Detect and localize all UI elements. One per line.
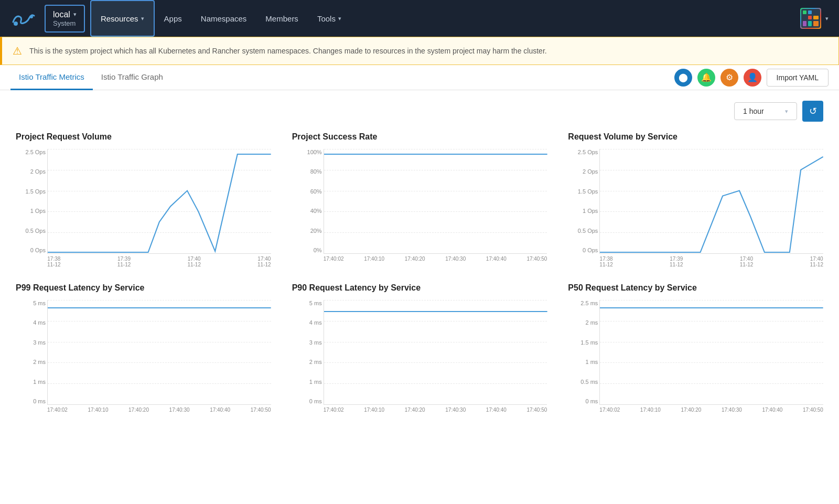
user-menu-chevron-icon[interactable]: ▾ <box>825 15 829 22</box>
y-label: 2 ms <box>20 359 46 365</box>
time-select-chevron-icon: ▾ <box>785 108 788 115</box>
y-label: 60% <box>297 188 322 195</box>
refresh-icon: ↺ <box>809 105 817 117</box>
x-labels-3: 17:40:02 17:40:10 17:40:20 17:40:30 17:4… <box>47 407 271 413</box>
svg-rect-4 <box>803 10 806 14</box>
main-header: local ▾ System Resources ▾ Apps Namespac… <box>0 0 839 37</box>
y-label: 0.5 Ops <box>20 228 46 234</box>
svg-point-2 <box>30 15 33 18</box>
svg-rect-10 <box>803 21 806 26</box>
x-label: 17:40:50 <box>251 407 271 413</box>
chart-wrapper-0: 2.5 Ops 2 Ops 1.5 Ops 1 Ops 0.5 Ops 0 Op… <box>16 149 271 267</box>
y-label: 1 ms <box>573 359 598 365</box>
nav-item-tools[interactable]: Tools ▾ <box>308 0 351 37</box>
y-label: 0 ms <box>573 398 598 404</box>
y-labels-4: 5 ms 4 ms 3 ms 2 ms 1 ms 0 ms <box>297 300 322 404</box>
warning-icon: ⚠ <box>13 45 22 57</box>
logo-area <box>5 5 42 31</box>
x-label: 17:40:30 <box>722 407 742 413</box>
time-select-dropdown[interactable]: 1 hour ▾ <box>734 102 797 120</box>
x-label: 17:40:40 <box>486 407 507 413</box>
members-label: Members <box>265 14 298 23</box>
y-label: 2 Ops <box>20 168 46 175</box>
y-labels-2: 2.5 Ops 2 Ops 1.5 Ops 1 Ops 0.5 Ops 0 Op… <box>573 149 598 253</box>
notification-icon-button[interactable]: 🔔 <box>697 69 715 87</box>
header-right-actions: ▾ <box>800 8 834 29</box>
x-label: 17:40:02 <box>324 256 344 262</box>
rancher-logo-icon <box>10 5 37 31</box>
chart-area-0: 2.5 Ops 2 Ops 1.5 Ops 1 Ops 0.5 Ops 0 Op… <box>47 149 271 254</box>
y-label: 2.5 Ops <box>20 149 46 155</box>
chart-request-volume-service: Request Volume by Service 2.5 Ops 2 Ops … <box>568 132 823 267</box>
tools-chevron-icon: ▾ <box>338 15 341 22</box>
cluster-chevron-icon: ▾ <box>73 11 77 18</box>
x-label: 17:4011-12 <box>187 256 201 267</box>
x-label: 17:40:20 <box>405 407 425 413</box>
warning-banner: ⚠ This is the system project which has a… <box>0 37 839 65</box>
user-avatar[interactable] <box>800 8 821 29</box>
settings-icon-button[interactable]: ⚙ <box>720 69 738 87</box>
x-label: 17:40:10 <box>364 407 384 413</box>
tabs-actions: ⬤ 🔔 ⚙ 👤 Import YAML <box>674 69 829 87</box>
y-label: 0 Ops <box>573 247 598 253</box>
nav-item-members[interactable]: Members <box>256 0 308 37</box>
x-label: 17:4011-12 <box>740 256 754 267</box>
y-label: 1 Ops <box>573 208 598 214</box>
y-label: 0.5 Ops <box>573 228 598 234</box>
y-labels-0: 2.5 Ops 2 Ops 1.5 Ops 1 Ops 0.5 Ops 0 Op… <box>20 149 46 253</box>
chart-title-5: P50 Request Latency by Service <box>568 283 823 293</box>
svg-rect-6 <box>813 10 819 14</box>
user-icon-button[interactable]: 👤 <box>744 69 761 87</box>
y-label: 0% <box>297 247 322 253</box>
x-labels-5: 17:40:02 17:40:10 17:40:20 17:40:30 17:4… <box>599 407 823 413</box>
toggle-icon-button[interactable]: ⬤ <box>674 69 692 87</box>
x-label: 17:3811-12 <box>47 256 61 267</box>
tab-istio-metrics[interactable]: Istio Traffic Metrics <box>10 65 93 90</box>
tab-istio-graph[interactable]: Istio Traffic Graph <box>93 65 171 90</box>
y-label: 2 Ops <box>573 168 598 175</box>
y-label: 0 Ops <box>20 247 46 253</box>
nav-item-apps[interactable]: Apps <box>155 0 191 37</box>
x-label: 17:3811-12 <box>599 256 613 267</box>
y-label: 2 ms <box>297 359 322 365</box>
chart-area-3: 5 ms 4 ms 3 ms 2 ms 1 ms 0 ms <box>47 300 271 405</box>
namespaces-label: Namespaces <box>201 14 247 23</box>
warning-text: This is the system project which has all… <box>29 47 547 55</box>
x-label: 17:40:20 <box>405 256 425 262</box>
import-yaml-button[interactable]: Import YAML <box>767 69 829 87</box>
x-label: 17:3911-12 <box>670 256 683 267</box>
x-label: 17:40:40 <box>210 407 230 413</box>
tools-label: Tools <box>317 14 336 23</box>
y-label: 5 ms <box>20 300 46 306</box>
x-label: 17:40:40 <box>762 407 782 413</box>
chart-svg-3 <box>48 300 271 404</box>
svg-rect-11 <box>808 21 812 26</box>
chart-area-2: 2.5 Ops 2 Ops 1.5 Ops 1 Ops 0.5 Ops 0 Op… <box>599 149 823 254</box>
y-label: 1 ms <box>297 379 322 385</box>
y-label: 3 ms <box>20 339 46 346</box>
svg-rect-12 <box>813 21 819 26</box>
x-label: 17:40:10 <box>364 256 384 262</box>
x-labels-4: 17:40:02 17:40:10 17:40:20 17:40:30 17:4… <box>324 407 547 413</box>
refresh-button[interactable]: ↺ <box>802 101 823 122</box>
tab-metrics-label: Istio Traffic Metrics <box>19 72 84 81</box>
x-label: 17:40:50 <box>803 407 823 413</box>
time-select-value: 1 hour <box>743 107 764 115</box>
nav-item-namespaces[interactable]: Namespaces <box>191 0 256 37</box>
chart-project-success-rate: Project Success Rate 100% 80% 60% 40% 20… <box>292 132 547 267</box>
y-labels-3: 5 ms 4 ms 3 ms 2 ms 1 ms 0 ms <box>20 300 46 404</box>
svg-rect-5 <box>808 10 812 14</box>
y-label: 1 Ops <box>20 208 46 214</box>
chart-title-3: P99 Request Latency by Service <box>16 283 271 293</box>
chart-wrapper-3: 5 ms 4 ms 3 ms 2 ms 1 ms 0 ms <box>16 300 271 413</box>
nav-item-resources[interactable]: Resources ▾ <box>90 0 155 37</box>
apps-label: Apps <box>164 14 182 23</box>
chart-svg-5 <box>600 300 823 404</box>
cluster-selector[interactable]: local ▾ System <box>45 5 85 33</box>
x-labels-0: 17:3811-12 17:3911-12 17:4011-12 17:4011… <box>47 256 271 267</box>
x-labels-2: 17:3811-12 17:3911-12 17:4011-12 17:4011… <box>599 256 823 267</box>
chart-svg-0 <box>48 149 271 253</box>
svg-point-1 <box>14 22 18 26</box>
y-label: 2.5 Ops <box>573 149 598 155</box>
x-labels-1: 17:40:02 17:40:10 17:40:20 17:40:30 17:4… <box>324 256 547 262</box>
